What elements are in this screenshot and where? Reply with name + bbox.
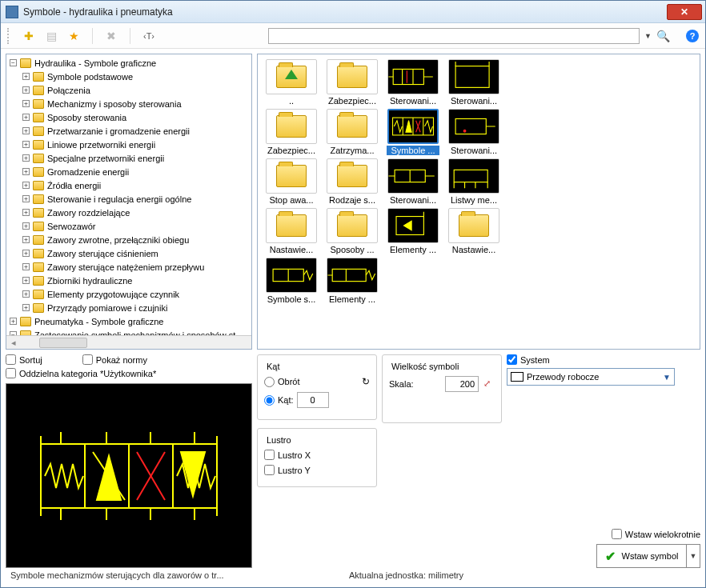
norms-checkbox[interactable]: Pokaż normy xyxy=(82,354,147,365)
grid-item[interactable]: Zabezpiec... xyxy=(263,109,320,155)
app-icon xyxy=(6,6,18,18)
tree-row[interactable]: +Mechanizmy i sposoby sterowania xyxy=(6,97,251,110)
tree-row[interactable]: +Źródła energii xyxy=(6,178,251,192)
favorite-button[interactable]: ★ xyxy=(66,29,81,43)
system-checkbox[interactable]: System xyxy=(507,354,700,365)
tree-row[interactable]: +Elementy przygotowujące czynnik xyxy=(6,287,251,301)
tree-row[interactable]: +Zawory zwrotne, przełączniki obiegu xyxy=(6,233,251,246)
add-button[interactable]: ✚ xyxy=(22,29,36,43)
help-button[interactable]: ? xyxy=(686,30,699,42)
rotate-radio[interactable]: Obrót↻ xyxy=(264,376,370,387)
separator xyxy=(92,28,93,44)
swatch-icon xyxy=(511,372,523,382)
grid-item[interactable]: Sterowani... xyxy=(384,158,442,205)
tree-panel[interactable]: −Hydraulika - Symbole graficzne+Symbole … xyxy=(6,54,252,350)
status-left: Symbole mechanizmów sterujących dla zawo… xyxy=(10,570,224,580)
grid-item[interactable]: Sterowani... xyxy=(445,59,503,106)
size-group-title: Wielkość symboli xyxy=(389,362,461,371)
grid-item[interactable]: Elementy ... xyxy=(384,208,442,254)
list-button[interactable]: ▤ xyxy=(44,29,58,43)
grid-item[interactable]: Zatrzyma... xyxy=(323,109,381,155)
mirror-group-title: Lustro xyxy=(264,435,294,445)
toolbar-grip xyxy=(7,28,12,44)
tree-row[interactable]: +Pneumatyka - Symbole graficzne xyxy=(6,314,251,328)
grid-item[interactable]: Sterowani... xyxy=(445,109,503,155)
status-bar: Symbole mechanizmów sterujących dla zawo… xyxy=(6,568,700,582)
mirror-group: Lustro Lustro X Lustro Y xyxy=(257,428,377,487)
svg-rect-41 xyxy=(327,258,376,292)
user-category-checkbox[interactable]: Oddzielna kategoria *Użytkownika* xyxy=(6,368,252,378)
separator xyxy=(130,28,130,44)
symbol-preview xyxy=(6,383,252,568)
angle-group: Kąt Obrót↻ Kąt: xyxy=(257,354,377,420)
status-right: Aktualna jednostka: milimetry xyxy=(349,570,463,580)
dropdown-icon[interactable]: ▼ xyxy=(644,32,652,40)
tree-row[interactable]: +Sposoby sterowania xyxy=(6,110,251,124)
grid-item[interactable]: Rodzaje s... xyxy=(323,158,381,205)
mirror-x-checkbox[interactable]: Lustro X xyxy=(264,450,370,460)
scale-label: Skala: xyxy=(389,379,414,389)
grid-item[interactable]: Nastawie... xyxy=(263,208,320,254)
tree-row[interactable]: +Przyrządy pomiarowe i czujniki xyxy=(6,301,251,314)
grid-item[interactable]: Sposoby ... xyxy=(323,208,381,254)
grid-item[interactable]: .. xyxy=(263,59,320,106)
grid-item[interactable]: Nastawie... xyxy=(445,208,503,254)
delete-button[interactable]: ✖ xyxy=(104,29,118,43)
h-scrollbar[interactable]: ◂ xyxy=(6,335,251,349)
grid-item[interactable]: Stop awa... xyxy=(263,158,320,205)
tree-row[interactable]: +Serwozawór xyxy=(6,219,251,233)
svg-rect-28 xyxy=(449,159,498,193)
grid-item[interactable]: Zabezpiec... xyxy=(323,59,381,106)
search-input[interactable] xyxy=(268,28,640,44)
angle-radio[interactable]: Kąt: xyxy=(264,392,370,408)
toolbar: ✚ ▤ ★ ✖ ‹T› ▼ 🔍 ? xyxy=(1,23,705,49)
tree-row[interactable]: +Zbiorniki hydrauliczne xyxy=(6,274,251,287)
grid-item[interactable]: Sterowani... xyxy=(384,59,442,106)
tree-row[interactable]: +Symbole podstawowe xyxy=(6,70,251,83)
tree-row[interactable]: −Hydraulika - Symbole graficzne xyxy=(6,56,251,70)
tree-row[interactable]: +Zawory sterujące natężeniem przepływu xyxy=(6,260,251,274)
grid-item[interactable]: Symbole s... xyxy=(263,258,320,304)
sort-checkbox[interactable]: Sortuj xyxy=(6,354,42,365)
tree-row[interactable]: +Zawory rozdzielające xyxy=(6,206,251,219)
size-group: Wielkość symboli Skala: ⤢ xyxy=(382,354,502,423)
tree-row[interactable]: +Zawory sterujące ciśnieniem xyxy=(6,246,251,260)
grid-panel[interactable]: ..Zabezpiec...Sterowani...Sterowani...Za… xyxy=(257,54,700,350)
insert-multi-checkbox[interactable]: Wstaw wielokrotnie xyxy=(612,529,700,539)
svg-point-22 xyxy=(463,130,467,133)
angle-input[interactable] xyxy=(297,392,329,408)
scale-input[interactable] xyxy=(445,376,479,392)
tree-row[interactable]: +Specjalne przetworniki energii xyxy=(6,151,251,165)
text-button[interactable]: ‹T› xyxy=(142,29,156,43)
mirror-y-checkbox[interactable]: Lustro Y xyxy=(264,465,370,475)
titlebar: Symbole - hydraulika i pneumatyka ✕ xyxy=(1,1,705,23)
chevron-down-icon: ▼ xyxy=(663,373,671,382)
svg-rect-7 xyxy=(449,60,498,94)
search-icon[interactable]: 🔍 xyxy=(656,30,670,42)
grid-item[interactable]: Symbole ... xyxy=(384,109,442,155)
angle-group-title: Kąt xyxy=(264,362,283,371)
system-combo[interactable]: Przewody robocze ▼ xyxy=(507,368,675,386)
tree-row[interactable]: +Gromadzenie energii xyxy=(6,165,251,178)
tree-row[interactable]: +Połączenia xyxy=(6,83,251,97)
grid-item[interactable]: Listwy me... xyxy=(445,158,503,205)
check-icon: ✔ xyxy=(605,549,616,564)
pick-scale-icon[interactable]: ⤢ xyxy=(483,378,495,390)
close-button[interactable]: ✕ xyxy=(667,4,702,20)
grid-item[interactable]: Elementy ... xyxy=(323,258,381,304)
tree-row[interactable]: +Przetwarzanie i gromadzenie energii xyxy=(6,124,251,138)
insert-symbol-button[interactable]: ✔Wstaw symbol xyxy=(597,545,687,567)
window-title: Symbole - hydraulika i pneumatyka xyxy=(23,6,667,18)
tree-row[interactable]: +Sterowanie i regulacja energii ogólne xyxy=(6,192,251,206)
tree-row[interactable]: +Liniowe przetworniki energii xyxy=(6,138,251,151)
insert-dropdown[interactable]: ▼ xyxy=(687,545,700,567)
